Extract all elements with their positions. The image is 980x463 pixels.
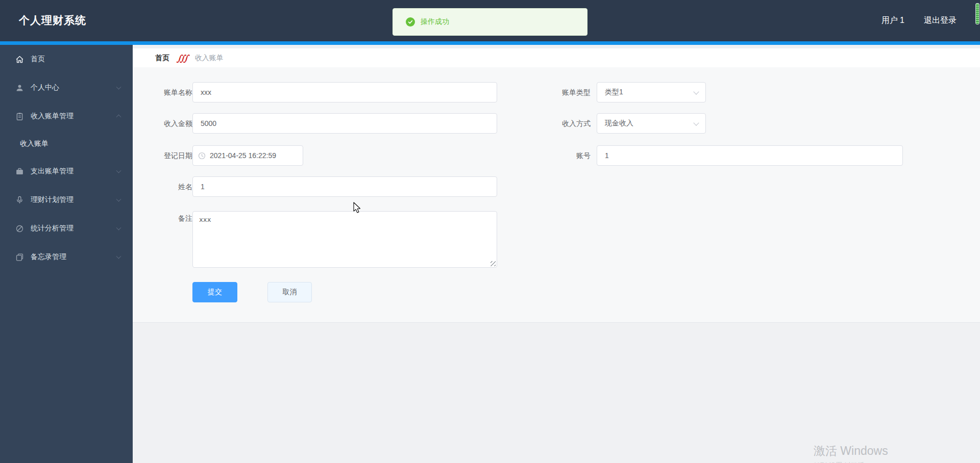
watermark-line1: 激活 Windows [814,443,900,459]
account-input[interactable] [597,145,903,166]
breadcrumb: 首页 ∭ 收入账单 [133,48,980,67]
clipboard-icon [15,112,24,121]
gap [133,45,980,48]
windows-watermark: 激活 Windows 转到“设置”以激活 Windows。 [814,443,900,463]
chevron-down-icon [116,225,121,230]
income-bill-form: 账单名称 账单类型 类型1 收入金额 收入方式 现金收入 登记日期 2021-0… [133,67,980,323]
sidebar-item-label: 统计分析管理 [31,224,74,233]
register-date-picker[interactable]: 2021-04-25 16:22:59 [192,145,303,166]
person-name-input[interactable] [192,176,497,197]
sidebar: 首页 个人中心 收入账单管理 收入账单 支出账单管理 理财计划管理 [0,45,133,463]
sidebar-item-label: 理财计划管理 [31,195,74,204]
sidebar-item-finance-plans[interactable]: 理财计划管理 [0,186,133,214]
accent-stripe [0,41,980,45]
header-right: 用户 1 退出登录 [881,0,957,41]
bill-type-value: 类型1 [605,88,623,97]
content-lower-background [133,323,980,463]
bill-type-select[interactable]: 类型1 [597,82,706,102]
chevron-down-icon [116,85,121,90]
sidebar-item-label: 支出账单管理 [31,167,74,176]
income-amount-input[interactable] [192,113,497,134]
chevron-down-icon [116,168,121,173]
income-method-select[interactable]: 现金收入 [597,113,706,134]
remark-label: 备注 [139,208,192,228]
remark-field-wrap: xxx [192,211,497,268]
sidebar-item-income-bills[interactable]: 收入账单管理 [0,102,133,131]
clock-icon [198,152,206,160]
success-check-icon [406,17,415,27]
cancel-button[interactable]: 取消 [267,282,312,302]
chevron-down-icon [116,254,121,259]
breadcrumb-current: 收入账单 [195,54,224,63]
sidebar-item-label: 个人中心 [31,83,59,92]
person-name-label: 姓名 [139,176,192,197]
sidebar-item-profile[interactable]: 个人中心 [0,73,133,102]
bill-name-label: 账单名称 [139,82,192,102]
sidebar-item-home[interactable]: 首页 [0,45,133,73]
main-area: 首页 ∭ 收入账单 账单名称 账单类型 类型1 收入金额 收入方式 现金收入 登… [133,45,980,463]
resize-grip[interactable] [491,261,496,266]
submit-button[interactable]: 提交 [192,282,237,302]
chevron-down-icon [693,120,699,125]
sidebar-item-label: 首页 [31,55,45,64]
scrollbar-thumb[interactable] [975,3,979,24]
income-method-value: 现金收入 [605,119,633,128]
breadcrumb-home[interactable]: 首页 [155,54,169,63]
microphone-icon [15,196,24,204]
sidebar-item-label: 备忘录管理 [31,252,66,262]
bill-name-input[interactable] [192,82,497,102]
bill-type-label: 账单类型 [510,82,591,102]
chevron-down-icon [693,89,699,94]
register-date-value: 2021-04-25 16:22:59 [210,151,276,160]
toast-message: 操作成功 [421,17,449,27]
register-date-label: 登记日期 [139,145,192,166]
home-icon [15,55,24,64]
current-user[interactable]: 用户 1 [881,15,904,26]
sidebar-subitem-income-bill[interactable]: 收入账单 [0,131,133,157]
income-method-label: 收入方式 [510,113,591,134]
remark-textarea[interactable]: xxx [192,211,497,268]
sidebar-subitem-label: 收入账单 [20,139,48,148]
logout-button[interactable]: 退出登录 [924,15,957,26]
app-title: 个人理财系统 [19,13,86,28]
user-icon [15,84,24,92]
breadcrumb-separator-icon: ∭ [177,53,189,63]
sidebar-item-statistics[interactable]: 统计分析管理 [0,214,133,243]
pie-chart-icon [15,224,24,233]
chevron-up-icon [116,114,121,119]
briefcase-icon [15,167,24,176]
success-toast: 操作成功 [393,8,587,36]
account-label: 账号 [510,145,591,166]
sidebar-item-memos[interactable]: 备忘录管理 [0,243,133,271]
sidebar-item-label: 收入账单管理 [31,112,74,121]
watermark-line2: 转到“设置”以激活 Windows。 [814,461,900,463]
memo-icon [15,253,24,262]
sidebar-item-expense-bills[interactable]: 支出账单管理 [0,157,133,186]
income-amount-label: 收入金额 [139,113,192,134]
chevron-down-icon [116,197,121,202]
